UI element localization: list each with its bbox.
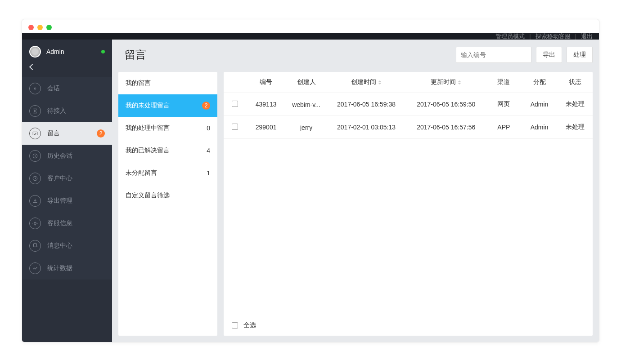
page-header: 留言 导出 处理 (125, 46, 593, 64)
divider: | (575, 33, 576, 40)
logout-link[interactable]: 退出 (581, 32, 593, 40)
export-button[interactable]: 导出 (536, 47, 562, 63)
content-area: 留言 导出 处理 我的留言 我的未处理留言 2 我的处理中留言 (112, 40, 599, 342)
main-area: Admin 会话 待接入 留言 2 (22, 40, 599, 342)
col-created[interactable]: 创建时间 (326, 72, 406, 93)
nav-item-history[interactable]: 历史会话 (22, 145, 112, 167)
notification-icon (29, 240, 41, 252)
col-creator[interactable]: 创建人 (286, 72, 327, 93)
col-assign[interactable]: 分配 (522, 72, 557, 93)
customer-icon (29, 173, 41, 184)
select-all-label[interactable]: 全选 (243, 321, 256, 329)
sidebar: Admin 会话 待接入 留言 2 (22, 40, 112, 342)
status-online-icon (101, 50, 105, 53)
cell-updated: 2017-06-05 16:57:56 (406, 116, 486, 139)
filter-my-messages[interactable]: 我的留言 (118, 72, 217, 94)
filter-panel: 我的留言 我的未处理留言 2 我的处理中留言 0 我的已解决留言 4 未分配留言 (118, 72, 217, 336)
filter-label: 自定义留言筛选 (126, 191, 170, 200)
nav-item-notifications[interactable]: 消息中心 (22, 235, 112, 257)
explore-link[interactable]: 探索移动客服 (536, 32, 571, 40)
stats-icon (29, 262, 41, 274)
filter-label: 我的已解决留言 (126, 146, 170, 155)
filter-unassigned[interactable]: 未分配留言 1 (118, 162, 217, 184)
top-bar: 管理员模式 | 探索移动客服 | 退出 (22, 33, 599, 40)
filter-label: 未分配留言 (126, 169, 157, 177)
svg-point-4 (34, 222, 36, 225)
col-channel[interactable]: 渠道 (486, 72, 522, 93)
filter-label: 我的未处理留言 (126, 102, 170, 110)
message-icon (29, 128, 41, 139)
window-controls (28, 25, 52, 30)
sort-icon (458, 80, 461, 84)
cell-channel: 网页 (486, 93, 522, 116)
sort-icon (378, 80, 382, 84)
col-updated[interactable]: 更新时间 (406, 72, 486, 93)
row-checkbox[interactable] (232, 101, 238, 107)
nav-item-export[interactable]: 导出管理 (22, 190, 112, 212)
cell-id: 299001 (246, 116, 286, 139)
filter-custom[interactable]: 自定义留言筛选 (118, 184, 217, 207)
cell-creator: webim-v... (286, 93, 327, 116)
nav-item-pending[interactable]: 待接入 (22, 100, 112, 122)
search-input[interactable] (456, 47, 531, 63)
nav-label: 客户中心 (47, 174, 72, 182)
nav-label: 会话 (47, 84, 60, 93)
nav-item-stats[interactable]: 统计数据 (22, 257, 112, 280)
nav-item-chat[interactable]: 会话 (22, 77, 112, 100)
nav-item-messages[interactable]: 留言 2 (22, 122, 112, 145)
filter-processing[interactable]: 我的处理中留言 0 (118, 117, 217, 139)
col-status[interactable]: 状态 (557, 72, 593, 93)
cell-channel: APP (486, 116, 522, 139)
table-row[interactable]: 439113 webim-v... 2017-06-05 16:59:38 20… (224, 93, 593, 116)
select-all-checkbox[interactable] (232, 322, 238, 328)
nav-item-agent[interactable]: 客服信息 (22, 212, 112, 235)
pending-icon (29, 105, 41, 117)
process-button[interactable]: 处理 (567, 47, 593, 63)
col-id[interactable]: 编号 (246, 72, 286, 93)
nav-label: 待接入 (47, 107, 66, 115)
nav-list: 会话 待接入 留言 2 历史会话 客户中心 (22, 77, 112, 280)
filter-count: 0 (207, 124, 210, 132)
username: Admin (46, 48, 64, 55)
table-footer: 全选 (224, 315, 593, 336)
filter-badge: 2 (202, 102, 210, 110)
export-icon (29, 195, 41, 207)
close-window-icon[interactable] (28, 25, 34, 30)
history-icon (29, 150, 41, 162)
nav-item-customer[interactable]: 客户中心 (22, 167, 112, 190)
nav-badge: 2 (97, 129, 105, 138)
cell-status: 未处理 (557, 116, 593, 139)
messages-table: 编号 创建人 创建时间 更新时间 渠道 分配 状态 439113 (224, 72, 593, 139)
page-title: 留言 (125, 48, 146, 62)
filter-label: 我的处理中留言 (126, 124, 170, 132)
divider: | (529, 33, 531, 40)
cell-status: 未处理 (557, 93, 593, 116)
nav-label: 客服信息 (47, 219, 72, 227)
maximize-window-icon[interactable] (46, 25, 52, 30)
collapse-sidebar-button[interactable] (22, 61, 112, 77)
filter-label: 我的留言 (126, 79, 151, 87)
cell-updated: 2017-06-05 16:59:50 (406, 93, 486, 116)
cell-created: 2017-06-05 16:59:38 (326, 93, 406, 116)
cell-assign: Admin (522, 116, 557, 139)
nav-label: 留言 (47, 129, 60, 138)
table-header-row: 编号 创建人 创建时间 更新时间 渠道 分配 状态 (224, 72, 593, 93)
avatar (29, 46, 41, 58)
nav-label: 历史会话 (47, 152, 72, 160)
chat-icon (29, 83, 41, 94)
row-checkbox[interactable] (232, 124, 238, 130)
app-window: 管理员模式 | 探索移动客服 | 退出 Admin 会话 待接入 (22, 19, 599, 342)
table-panel: 编号 创建人 创建时间 更新时间 渠道 分配 状态 439113 (224, 72, 593, 336)
user-info[interactable]: Admin (22, 40, 112, 61)
filter-resolved[interactable]: 我的已解决留言 4 (118, 139, 217, 162)
agent-icon (29, 218, 41, 229)
cell-creator: jerry (286, 116, 327, 139)
table-row[interactable]: 299001 jerry 2017-02-01 03:05:13 2017-06… (224, 116, 593, 139)
cell-id: 439113 (246, 93, 286, 116)
nav-label: 导出管理 (47, 197, 72, 205)
filter-count: 4 (207, 147, 210, 154)
minimize-window-icon[interactable] (37, 25, 43, 30)
header-actions: 导出 处理 (456, 47, 593, 63)
filter-unprocessed[interactable]: 我的未处理留言 2 (118, 94, 217, 117)
admin-mode-link[interactable]: 管理员模式 (495, 32, 525, 40)
